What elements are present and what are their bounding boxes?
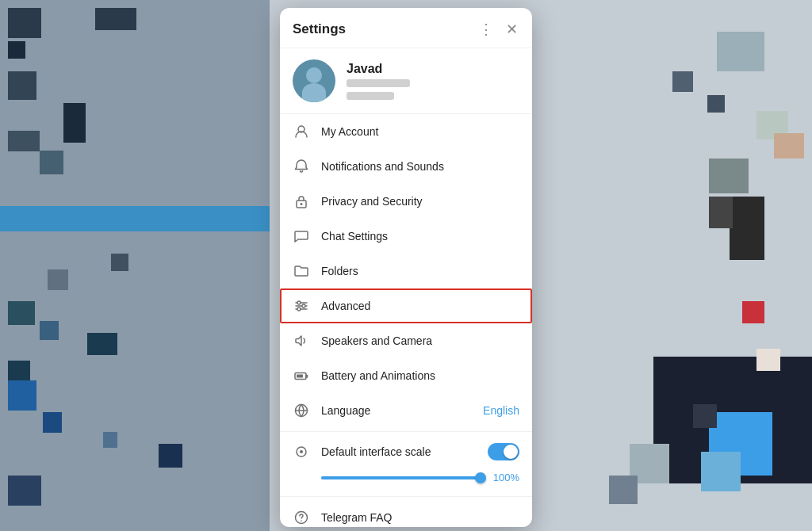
- svg-point-6: [297, 301, 301, 304]
- profile-info: Javad: [347, 62, 410, 100]
- toggle-label-scale: Default interface scale: [321, 445, 477, 458]
- folder-icon: [293, 262, 310, 280]
- slider-row: 100%: [280, 468, 532, 493]
- menu-label-faq: Telegram FAQ: [321, 511, 519, 524]
- svg-rect-10: [297, 375, 303, 378]
- slider-fill: [321, 476, 485, 479]
- menu-label-speakers: Speakers and Camera: [321, 334, 519, 347]
- divider-2: [280, 496, 532, 497]
- svg-point-8: [297, 308, 301, 311]
- lock-icon: [293, 193, 310, 210]
- menu-label-privacy: Privacy and Security: [321, 195, 519, 208]
- divider-1: [280, 431, 532, 432]
- more-button[interactable]: ⋮: [477, 21, 495, 38]
- menu-label-battery: Battery and Animations: [321, 369, 519, 382]
- toggle-thumb: [504, 445, 518, 459]
- menu-list: My Account Notifications and Sounds: [280, 114, 532, 527]
- slider-thumb[interactable]: [475, 472, 486, 483]
- modal-title: Settings: [293, 21, 346, 37]
- menu-item-privacy[interactable]: Privacy and Security: [280, 184, 532, 219]
- profile-name: Javad: [347, 62, 410, 76]
- menu-item-faq[interactable]: Telegram FAQ: [280, 500, 532, 527]
- menu-item-my-account[interactable]: My Account: [280, 114, 532, 149]
- modal-header: Settings ⋮ ✕: [280, 8, 532, 48]
- menu-item-notifications[interactable]: Notifications and Sounds: [280, 149, 532, 184]
- menu-item-chat-settings[interactable]: Chat Settings: [280, 219, 532, 254]
- modal-overlay: Settings ⋮ ✕ Javad: [0, 0, 812, 531]
- svg-point-13: [300, 450, 303, 453]
- help-circle-icon: [293, 509, 310, 526]
- menu-label-language: Language: [321, 404, 472, 417]
- profile-section[interactable]: Javad: [280, 48, 532, 114]
- profile-username: [347, 92, 394, 100]
- slider-value: 100%: [492, 472, 519, 483]
- toggle-switch-scale[interactable]: [488, 443, 519, 460]
- profile-phone: [347, 79, 410, 87]
- menu-label-chat-settings: Chat Settings: [321, 230, 519, 243]
- menu-label-advanced: Advanced: [321, 300, 519, 312]
- battery-icon: [293, 367, 310, 384]
- close-button[interactable]: ✕: [504, 21, 519, 38]
- chat-icon: [293, 227, 310, 245]
- menu-label-folders: Folders: [321, 265, 519, 277]
- header-icons: ⋮ ✕: [477, 21, 519, 38]
- menu-item-speakers[interactable]: Speakers and Camera: [280, 323, 532, 358]
- menu-item-advanced[interactable]: Advanced: [280, 288, 532, 323]
- svg-point-15: [301, 520, 302, 521]
- menu-label-my-account: My Account: [321, 125, 519, 138]
- account-icon: [293, 123, 310, 140]
- menu-item-battery[interactable]: Battery and Animations: [280, 358, 532, 393]
- svg-point-2: [301, 203, 303, 205]
- speaker-icon: [293, 332, 310, 350]
- avatar: [293, 59, 335, 102]
- language-icon: [293, 402, 310, 419]
- svg-point-7: [302, 304, 305, 308]
- menu-item-folders[interactable]: Folders: [280, 254, 532, 288]
- menu-label-notifications: Notifications and Sounds: [321, 160, 519, 173]
- slider-track[interactable]: [321, 476, 485, 479]
- language-value: English: [483, 404, 519, 417]
- settings-modal: Settings ⋮ ✕ Javad: [280, 8, 532, 527]
- toggle-row-scale: Default interface scale: [280, 435, 532, 468]
- scale-icon: [293, 443, 310, 460]
- bell-icon: [293, 158, 310, 175]
- menu-item-language[interactable]: Language English: [280, 393, 532, 428]
- sliders-icon: [293, 297, 310, 315]
